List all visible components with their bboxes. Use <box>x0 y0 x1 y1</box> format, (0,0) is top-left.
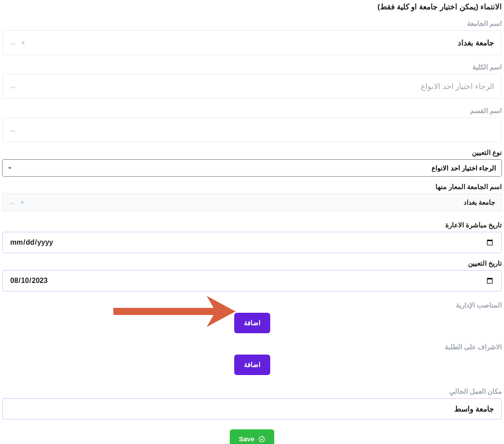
save-button-label: Save <box>239 435 254 443</box>
university-value: جامعة بغداد <box>458 38 494 48</box>
chevron-down-icon: ︿ <box>9 199 15 206</box>
department-label: اسم القسم <box>2 107 502 115</box>
appointment-date-label: تاريخ التعيين <box>2 259 502 267</box>
check-circle-icon <box>258 436 265 443</box>
college-select[interactable]: الرجاء اختيار احد الانواع ︿ <box>2 74 502 99</box>
college-placeholder: الرجاء اختيار احد الانواع <box>421 82 494 91</box>
chevron-down-icon: ︿ <box>10 127 16 133</box>
university-select[interactable]: جامعة بغداد ︿ × <box>2 30 502 55</box>
secondment-date-label: تاريخ مباشرة الاعارة <box>2 221 502 229</box>
svg-point-0 <box>259 436 264 442</box>
admin-positions-label: المناصب الإدارية <box>2 301 502 309</box>
college-label: اسم الكلية <box>2 63 502 71</box>
clear-icon[interactable]: × <box>20 199 24 206</box>
appointment-type-select[interactable]: الرجاء اختيار احد الانواع <box>2 159 502 177</box>
current-workplace-input[interactable] <box>2 398 502 420</box>
seconded-university-label: اسم الجامعة المعار منها <box>2 183 502 191</box>
clear-icon[interactable]: × <box>21 40 25 46</box>
seconded-university-value: جامعة بغداد <box>464 198 495 206</box>
save-button[interactable]: Save <box>230 429 274 444</box>
current-workplace-label: مكان العمل الحالي <box>2 387 502 396</box>
section-title: الانتماء (يمكن اختيار جامعة او كلية فقط) <box>2 2 502 12</box>
supervision-label: الاشراف على الطلبة <box>2 343 502 351</box>
secondment-date-input[interactable] <box>2 232 502 253</box>
add-admin-position-button[interactable]: اضافة <box>234 313 270 333</box>
chevron-down-icon: ︿ <box>10 83 16 89</box>
appointment-date-input[interactable] <box>2 270 502 291</box>
add-supervision-button[interactable]: اضافة <box>234 355 270 375</box>
appointment-type-label: نوع التعيين <box>2 149 502 157</box>
department-select[interactable]: ︿ <box>2 117 502 142</box>
university-label: اسم الجامعة <box>2 20 502 28</box>
chevron-down-icon: ︿ <box>10 40 16 46</box>
seconded-university-select[interactable]: جامعة بغداد ︿ × <box>2 194 502 211</box>
